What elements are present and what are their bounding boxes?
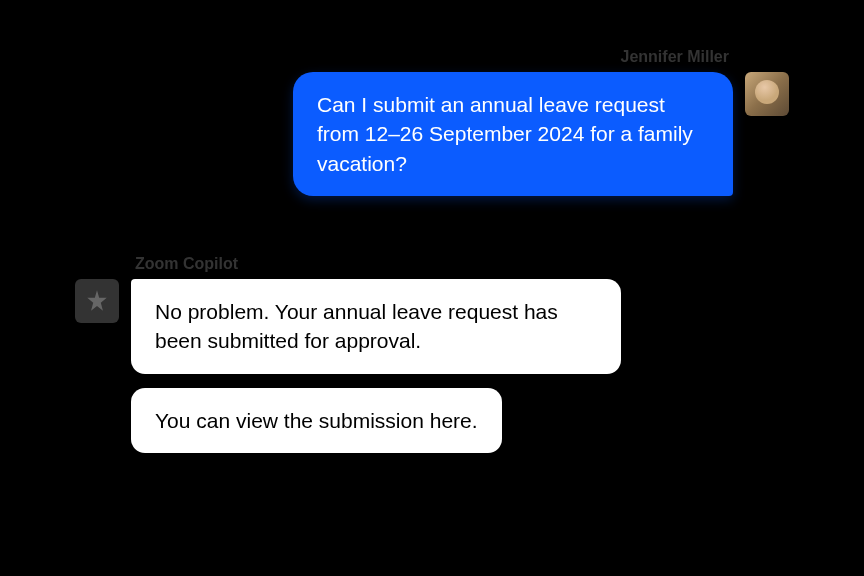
- chat-container: Jennifer Miller Can I submit an annual l…: [0, 0, 864, 576]
- user-message-group: Jennifer Miller Can I submit an annual l…: [293, 48, 789, 196]
- user-message-row: Can I submit an annual leave request fro…: [293, 72, 789, 196]
- user-avatar[interactable]: [745, 72, 789, 116]
- copilot-icon: [84, 288, 110, 314]
- bot-avatar[interactable]: [75, 279, 119, 323]
- bot-message-bubble-link[interactable]: You can view the submission here.: [131, 388, 502, 453]
- user-name-label: Jennifer Miller: [621, 48, 729, 66]
- bot-bubbles-list: No problem. Your annual leave request ha…: [131, 279, 621, 453]
- bot-message-row: No problem. Your annual leave request ha…: [75, 279, 621, 453]
- user-avatar-image: [745, 72, 789, 116]
- user-message-bubble: Can I submit an annual leave request fro…: [293, 72, 733, 196]
- bot-name-label: Zoom Copilot: [135, 255, 238, 273]
- bot-message-bubble: No problem. Your annual leave request ha…: [131, 279, 621, 374]
- bot-message-group: Zoom Copilot No problem. Your annual lea…: [75, 255, 621, 453]
